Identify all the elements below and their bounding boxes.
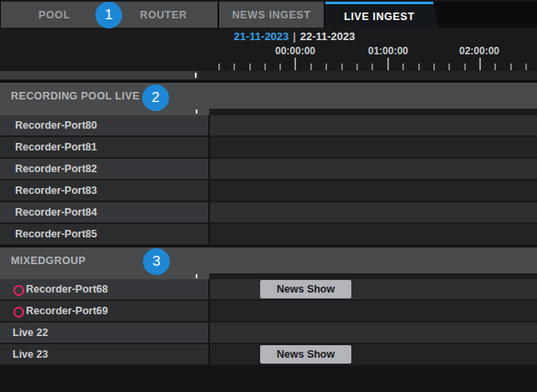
- table-row: Recorder-Port80: [0, 115, 537, 137]
- scrollbar-grip-icon: [195, 73, 197, 78]
- table-row: Recorder-Port82: [0, 159, 537, 181]
- group1-strip-track: [209, 109, 537, 115]
- group1-resize-grip-icon[interactable]: [196, 109, 197, 114]
- timeline-lane: [210, 159, 537, 179]
- timeline-lane: [210, 323, 537, 343]
- timeline-header: 21-11-2023 | 22-11-2023 00:00:00 01:00:0…: [0, 28, 537, 80]
- table-row: Recorder-Port84: [0, 202, 537, 224]
- timeline-lane: [210, 137, 537, 157]
- timeline-dates: 21-11-2023 | 22-11-2023: [234, 30, 355, 43]
- timeline-date-primary: 21-11-2023: [234, 30, 289, 43]
- group-header-recording-pool-live-1[interactable]: RECORDING POOL LIVE 1: [0, 83, 537, 109]
- table-row: Recorder-Port81: [0, 137, 537, 159]
- timeline-lane: [210, 181, 537, 201]
- timeline-lane: [210, 224, 537, 244]
- tab-bar: POOL ROUTER NEWS INGEST: [0, 0, 537, 28]
- group2-strip: [0, 273, 209, 279]
- timeline-lane: [210, 301, 537, 321]
- tab-router[interactable]: ROUTER: [110, 2, 217, 28]
- group-header-mixedgroup[interactable]: MIXEDGROUP: [0, 247, 537, 273]
- table-row: Recorder-Port68 News Show: [0, 279, 537, 301]
- clip-news-show[interactable]: News Show: [260, 280, 351, 298]
- table-row: Live 23 News Show: [0, 344, 537, 366]
- group2-strip-track: [209, 273, 537, 279]
- annotation-badge-2: 2: [142, 84, 169, 111]
- tab-pool[interactable]: POOL: [1, 2, 108, 28]
- group-title: RECORDING POOL LIVE 1: [11, 90, 149, 102]
- recorder-port83-cell[interactable]: Recorder-Port83: [0, 181, 208, 201]
- hour-label-00: 00:00:00: [275, 45, 315, 57]
- group-title: MIXEDGROUP: [11, 255, 85, 267]
- live-23-cell[interactable]: Live 23: [0, 344, 208, 364]
- recording-ring-icon: [13, 307, 24, 318]
- timeline-date-secondary: 22-11-2023: [300, 30, 355, 43]
- recorder-port82-cell[interactable]: Recorder-Port82: [0, 159, 208, 179]
- recording-ring-icon: [13, 285, 24, 296]
- timeline-scrollbar: [0, 71, 537, 79]
- timeline-lane: [210, 115, 537, 135]
- recorder-port80-cell[interactable]: Recorder-Port80: [0, 115, 208, 135]
- clip-news-show[interactable]: News Show: [260, 345, 351, 364]
- table-row: Recorder-Port85: [0, 224, 537, 246]
- timeline-date-separator: |: [293, 30, 295, 43]
- annotation-badge-1: 1: [95, 2, 122, 28]
- recorder-port68-cell[interactable]: Recorder-Port68: [0, 279, 208, 299]
- table-row: Live 22: [0, 323, 537, 344]
- recorder-port69-cell[interactable]: Recorder-Port69: [0, 301, 208, 321]
- bottom-filler: [0, 366, 537, 392]
- group2-resize-grip-icon[interactable]: [196, 274, 197, 278]
- annotation-badge-3: 3: [143, 248, 170, 275]
- live-ingest-window: POOL ROUTER NEWS INGEST LIVE INGEST 21-1…: [0, 0, 537, 392]
- recorder-port84-cell[interactable]: Recorder-Port84: [0, 202, 208, 222]
- live-22-cell[interactable]: Live 22: [0, 323, 208, 343]
- recorder-port81-cell[interactable]: Recorder-Port81: [0, 137, 208, 157]
- timeline-lane: [210, 344, 537, 364]
- table-row: Recorder-Port69: [0, 301, 537, 323]
- timeline-scrollbar-handle[interactable]: [0, 71, 198, 79]
- recorder-port85-cell[interactable]: Recorder-Port85: [0, 224, 208, 244]
- active-tab-label: LIVE INGEST: [325, 4, 433, 28]
- hour-label-02: 02:00:00: [459, 45, 499, 57]
- table-row: Recorder-Port83: [0, 181, 537, 202]
- tab-news-ingest[interactable]: NEWS INGEST: [219, 2, 324, 28]
- timeline-lane: [210, 279, 537, 299]
- group1-strip: [0, 109, 209, 115]
- timeline-lane: [210, 202, 537, 222]
- hour-label-01: 01:00:00: [368, 45, 408, 57]
